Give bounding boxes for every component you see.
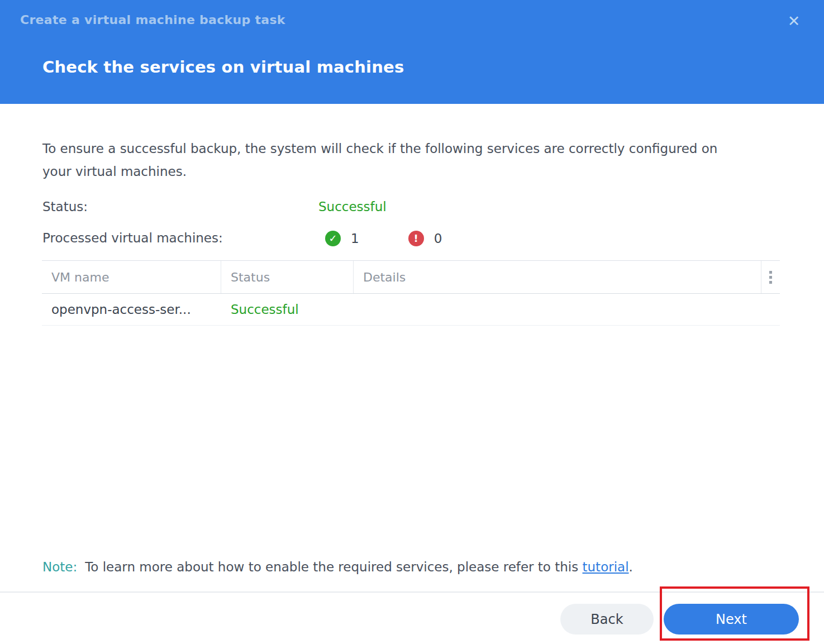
status-value: Successful — [318, 199, 387, 214]
column-header-details[interactable]: Details — [354, 261, 761, 293]
column-settings-button[interactable] — [761, 261, 780, 293]
column-header-vm-name[interactable]: VM name — [42, 261, 221, 293]
success-count: 1 — [351, 231, 359, 246]
dialog-header: Create a virtual machine backup task ✕ C… — [0, 0, 824, 104]
back-button[interactable]: Back — [560, 604, 654, 635]
error-count: 0 — [434, 231, 442, 246]
note: Note:To learn more about how to enable t… — [42, 560, 633, 574]
note-text: To learn more about how to enable the re… — [85, 560, 582, 574]
note-label: Note: — [42, 560, 77, 574]
column-header-status[interactable]: Status — [221, 261, 354, 293]
cell-status: Successful — [221, 302, 354, 317]
cell-vm-name: openvpn-access-ser... — [42, 302, 221, 317]
note-text-end: . — [629, 560, 633, 574]
page-title: Check the services on virtual machines — [42, 58, 404, 77]
check-circle-icon: ✓ — [325, 231, 341, 246]
tutorial-link[interactable]: tutorial — [583, 560, 629, 574]
dialog: Create a virtual machine backup task ✕ C… — [0, 0, 824, 644]
close-icon[interactable]: ✕ — [782, 9, 806, 32]
status-label: Status: — [42, 199, 88, 214]
kebab-menu-icon — [769, 271, 772, 284]
processed-vms-counts: ✓ 1 ! 0 — [325, 231, 442, 246]
exclamation-circle-icon: ! — [408, 231, 424, 246]
table-row[interactable]: openvpn-access-ser... Successful — [42, 294, 780, 326]
window-title: Create a virtual machine backup task — [20, 13, 285, 27]
processed-vms-label: Processed virtual machines: — [42, 231, 223, 245]
description-text: To ensure a successful backup, the syste… — [42, 137, 735, 183]
vm-table-header: VM name Status Details — [42, 260, 780, 294]
next-button[interactable]: Next — [664, 604, 799, 635]
vm-table: VM name Status Details openvpn-access-se… — [42, 260, 780, 326]
footer-divider — [0, 591, 824, 593]
